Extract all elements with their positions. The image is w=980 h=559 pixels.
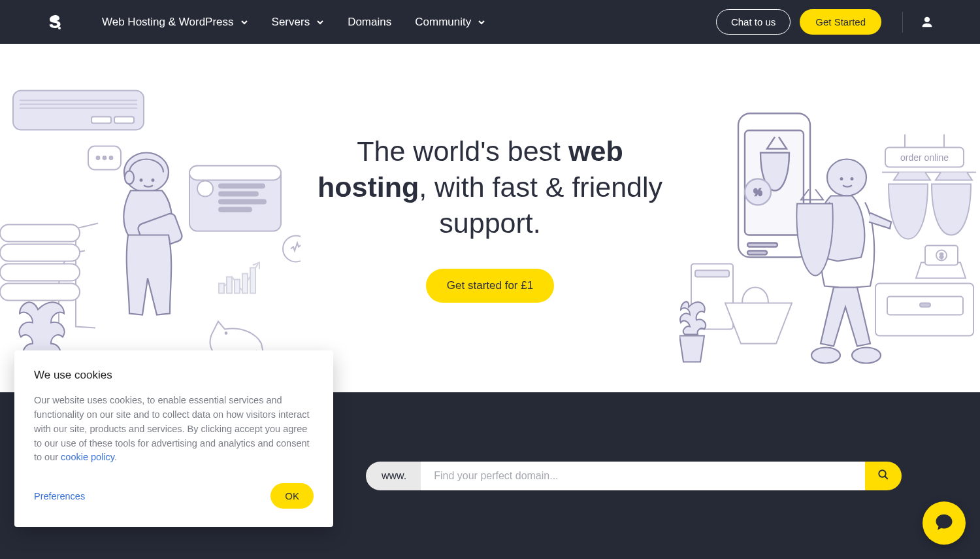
svg-rect-19 bbox=[219, 284, 224, 294]
svg-rect-44 bbox=[747, 251, 767, 255]
domain-search-input[interactable] bbox=[421, 462, 865, 490]
svg-rect-32 bbox=[0, 245, 80, 262]
svg-rect-43 bbox=[747, 243, 777, 247]
nav-item-web-hosting[interactable]: Web Hosting & WordPress bbox=[102, 16, 248, 29]
hero-cta-button[interactable]: Get started for £1 bbox=[426, 269, 554, 303]
svg-rect-33 bbox=[0, 264, 80, 281]
cookie-preferences-link[interactable]: Preferences bbox=[34, 491, 85, 501]
nav-item-domains[interactable]: Domains bbox=[348, 16, 391, 29]
nav-item-servers[interactable]: Servers bbox=[272, 16, 325, 29]
svg-rect-22 bbox=[242, 274, 248, 294]
svg-point-35 bbox=[225, 332, 227, 334]
nav-item-label: Domains bbox=[348, 16, 391, 29]
svg-rect-3 bbox=[114, 117, 134, 124]
svg-rect-58 bbox=[695, 271, 729, 277]
svg-point-13 bbox=[197, 181, 213, 197]
svg-point-8 bbox=[97, 156, 100, 160]
svg-rect-14 bbox=[219, 184, 265, 188]
brand-logo[interactable] bbox=[46, 14, 63, 31]
svg-point-46 bbox=[827, 160, 866, 196]
nav-item-community[interactable]: Community bbox=[415, 16, 485, 29]
nav-item-label: Community bbox=[415, 16, 471, 29]
cookie-banner: We use cookies Our website uses cookies,… bbox=[14, 350, 333, 527]
user-icon[interactable] bbox=[920, 15, 934, 29]
search-icon bbox=[877, 469, 889, 483]
hero-copy: The world's best web hosting, with fast … bbox=[307, 133, 673, 303]
nav-right: Chat to us Get Started bbox=[716, 9, 934, 35]
order-online-sign-text: order online bbox=[900, 152, 949, 163]
svg-rect-34 bbox=[0, 284, 80, 301]
cookie-heading: We use cookies bbox=[34, 369, 314, 382]
svg-point-30 bbox=[125, 171, 134, 184]
svg-point-28 bbox=[140, 179, 142, 181]
nav-item-label: Servers bbox=[272, 16, 310, 29]
svg-point-59 bbox=[879, 470, 886, 477]
svg-point-10 bbox=[110, 156, 113, 160]
hero-title: The world's best web hosting, with fast … bbox=[307, 133, 673, 241]
nav-divider bbox=[902, 12, 903, 33]
svg-rect-20 bbox=[227, 277, 232, 294]
svg-point-49 bbox=[811, 348, 840, 364]
svg-rect-15 bbox=[219, 192, 258, 196]
chat-to-us-button[interactable]: Chat to us bbox=[716, 9, 791, 35]
chevron-down-icon bbox=[316, 18, 324, 26]
svg-rect-23 bbox=[250, 268, 255, 294]
svg-line-60 bbox=[885, 476, 888, 479]
hero-illustration-right: order online % bbox=[679, 63, 980, 392]
domain-search-button[interactable] bbox=[865, 462, 902, 490]
svg-rect-16 bbox=[219, 200, 266, 204]
domain-search-prefix: www. bbox=[366, 462, 421, 490]
top-nav: Web Hosting & WordPress Servers Domains … bbox=[0, 0, 980, 44]
chevron-down-icon bbox=[240, 18, 248, 26]
svg-rect-53 bbox=[920, 303, 930, 307]
svg-rect-31 bbox=[0, 225, 80, 242]
svg-point-9 bbox=[103, 156, 106, 160]
svg-point-50 bbox=[852, 348, 881, 364]
nav-item-label: Web Hosting & WordPress bbox=[102, 16, 234, 29]
cookie-body: Our website uses cookies, to enable esse… bbox=[34, 394, 314, 465]
cookie-policy-link[interactable]: cookie policy bbox=[61, 452, 114, 462]
svg-rect-21 bbox=[235, 280, 240, 294]
nav-items: Web Hosting & WordPress Servers Domains … bbox=[102, 16, 716, 29]
svg-rect-2 bbox=[91, 117, 111, 124]
svg-point-47 bbox=[841, 178, 843, 180]
cookie-body-tail: . bbox=[114, 452, 117, 462]
svg-text:$: $ bbox=[939, 252, 943, 260]
svg-rect-17 bbox=[219, 208, 252, 212]
chat-fab[interactable] bbox=[923, 501, 966, 545]
cookie-ok-button[interactable]: OK bbox=[270, 483, 314, 509]
hero-title-pre: The world's best bbox=[357, 135, 568, 167]
chevron-down-icon bbox=[478, 18, 485, 26]
svg-rect-12 bbox=[189, 166, 281, 180]
hero-title-post: , with fast & friendly support. bbox=[419, 171, 662, 239]
svg-point-48 bbox=[851, 178, 853, 180]
chat-icon bbox=[934, 512, 954, 534]
get-started-button[interactable]: Get Started bbox=[800, 9, 881, 35]
hero: The world's best web hosting, with fast … bbox=[0, 44, 980, 392]
hero-illustration-left bbox=[0, 63, 301, 392]
svg-text:%: % bbox=[754, 187, 762, 197]
svg-point-0 bbox=[58, 27, 61, 29]
domain-search: www. bbox=[366, 462, 902, 490]
svg-point-29 bbox=[152, 179, 154, 181]
